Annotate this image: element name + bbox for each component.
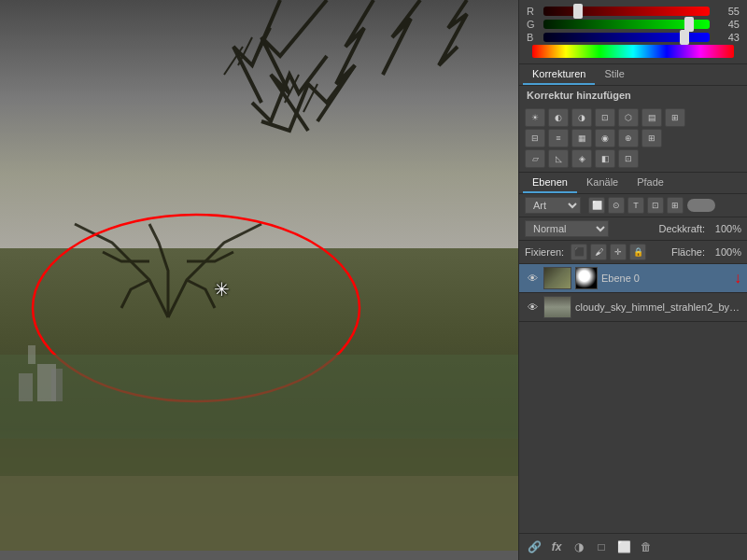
fix-icons: ⬛ 🖌 ✛ 🔒	[571, 244, 646, 260]
tab-stile[interactable]: Stile	[595, 64, 633, 85]
colorbalance-icon-btn[interactable]: ◈	[571, 149, 592, 168]
delete-layer-icon[interactable]: 🗑	[637, 538, 655, 556]
b-thumb[interactable]	[680, 30, 689, 45]
r-slider-track[interactable]	[543, 7, 710, 16]
layer-row-0[interactable]: 👁 Ebene 0 ↓	[519, 264, 747, 293]
filter-type-select[interactable]: Art	[525, 197, 581, 214]
sun-icon-btn[interactable]: ☀	[525, 108, 545, 127]
g-slider-track[interactable]	[543, 20, 710, 29]
fixieren-label: Fixieren:	[525, 246, 567, 258]
correction-row-3: ▱ ◺ ◈ ◧ ⊡	[525, 149, 741, 168]
layer-1-name: cloudy_sky_himmel_strahlen2_by_...	[575, 301, 741, 313]
bottom-toolbar: 🔗 fx ◑ □ ⬜ 🗑	[519, 533, 747, 560]
layer-1-visibility[interactable]: 👁	[525, 300, 540, 315]
fixieren-row: Fixieren: ⬛ 🖌 ✛ 🔒 Fläche: 100%	[519, 241, 747, 264]
threshold-icon-btn[interactable]: ▦	[571, 129, 592, 147]
hsl-icon-btn[interactable]: ▤	[641, 108, 662, 127]
selectcolor-icon-btn[interactable]: ⊕	[618, 129, 639, 147]
posterize-icon-btn[interactable]: ≡	[548, 129, 569, 147]
filter-smart-icon[interactable]: ⊞	[667, 197, 684, 214]
blend-mode-select[interactable]: Normal	[525, 220, 609, 237]
tab-ebenen[interactable]: Ebenen	[523, 173, 577, 193]
filter-toggle[interactable]	[687, 199, 715, 212]
layer-0-visibility[interactable]: 👁	[525, 271, 540, 286]
fix-pixel-icon[interactable]: ⬛	[571, 244, 587, 260]
levels-icon-btn[interactable]: ▱	[525, 149, 545, 168]
red-arrow-icon: ↓	[734, 270, 741, 287]
fx-icon[interactable]: fx	[547, 538, 566, 556]
ground-layer	[0, 248, 518, 552]
brightness-icon-btn[interactable]: ◑	[571, 108, 592, 127]
tab-korrekturen[interactable]: Korrekturen	[523, 64, 595, 85]
layer-0-name: Ebene 0	[601, 273, 728, 284]
filter-icons: ⬜ ⊙ T ⊡ ⊞	[588, 197, 684, 214]
correction-icons: ☀ ◐ ◑ ⊡ ⬡ ▤ ⊞ ⊟ ≡ ▦ ◉ ⊕ ⊞ ▱ ◺ ◈ ◧ ⊡	[519, 105, 747, 172]
correction-row-1: ☀ ◐ ◑ ⊡ ⬡ ▤ ⊞	[525, 108, 741, 127]
korrektur-label: Korrektur hinzufügen	[519, 86, 747, 105]
layer-0-thumbnail	[543, 267, 571, 289]
layer-row-1[interactable]: 👁 cloudy_sky_himmel_strahlen2_by_...	[519, 293, 747, 322]
snowflake-cursor: ✳	[214, 278, 230, 301]
fix-move-icon[interactable]: ✛	[610, 244, 627, 260]
flaeche-value: 100%	[709, 246, 741, 258]
canvas-area: ✳	[0, 0, 518, 560]
canvas-image: ✳	[0, 0, 518, 551]
tab-pfade[interactable]: Pfade	[627, 173, 673, 193]
color-bar	[532, 45, 734, 58]
folder-icon[interactable]: □	[592, 538, 611, 556]
filter-adjust-icon[interactable]: ⊙	[608, 197, 625, 214]
r-label: R	[527, 6, 540, 17]
sky-layer	[0, 0, 518, 248]
gradient-icon-btn[interactable]: ◉	[595, 129, 615, 147]
invert-icon-btn[interactable]: ⊟	[525, 129, 545, 147]
layers-list: 👁 Ebene 0 ↓ 👁 cloudy_sky_himmel_strahlen…	[519, 264, 747, 533]
deckkraft-label: Deckkraft:	[658, 223, 705, 234]
blend-row: Normal Deckkraft: 100%	[519, 217, 747, 241]
b-slider-track[interactable]	[543, 33, 710, 42]
bw-icon-btn[interactable]: ◧	[595, 149, 615, 168]
r-thumb[interactable]	[573, 4, 583, 19]
g-value: 45	[713, 19, 740, 30]
layer-0-mask	[575, 267, 598, 289]
deckkraft-value: 100%	[709, 223, 741, 234]
filter-text-icon[interactable]: T	[627, 197, 644, 214]
channel-mixer-icon-btn[interactable]: ⊞	[641, 129, 662, 147]
filter-image-icon[interactable]: ⬜	[588, 197, 605, 214]
curve-icon-btn[interactable]: ◐	[548, 108, 569, 127]
new-layer-icon[interactable]: ⬜	[614, 538, 633, 556]
colorlookup-icon-btn[interactable]: ⊞	[665, 108, 685, 127]
tab-kanaele[interactable]: Kanäle	[577, 173, 627, 193]
photofilter-icon-btn[interactable]: ⊡	[618, 149, 639, 168]
layer-filter-row: Art ⬜ ⊙ T ⊡ ⊞	[519, 194, 747, 217]
exposure-icon-btn[interactable]: ⊡	[595, 108, 615, 127]
filter-shape-icon[interactable]: ⊡	[647, 197, 664, 214]
main-layout: ✳ R 55 G 45 B	[0, 0, 747, 560]
layers-tabs: Ebenen Kanäle Pfade	[519, 172, 747, 194]
correction-row-2: ⊟ ≡ ▦ ◉ ⊕ ⊞	[525, 129, 741, 147]
fix-brush-icon[interactable]: 🖌	[590, 244, 607, 260]
korrekturen-tabs: Korrekturen Stile	[519, 64, 747, 86]
vibrance-icon-btn[interactable]: ⬡	[618, 108, 639, 127]
channels-section: R 55 G 45 B 43	[519, 0, 747, 64]
b-channel-row: B 43	[527, 32, 740, 43]
b-value: 43	[713, 32, 740, 43]
adjustment-icon[interactable]: ◑	[570, 538, 588, 556]
b-label: B	[527, 32, 540, 43]
r-value: 55	[713, 6, 740, 17]
curves2-icon-btn[interactable]: ◺	[548, 149, 569, 168]
fix-lock-icon[interactable]: 🔒	[629, 244, 646, 260]
r-channel-row: R 55	[527, 6, 740, 17]
layer-1-thumbnail	[543, 296, 571, 318]
link-icon[interactable]: 🔗	[525, 538, 543, 556]
g-label: G	[527, 19, 540, 30]
g-channel-row: G 45	[527, 19, 740, 30]
right-panel: R 55 G 45 B 43	[518, 0, 747, 560]
flaeche-label: Fläche:	[671, 246, 705, 258]
